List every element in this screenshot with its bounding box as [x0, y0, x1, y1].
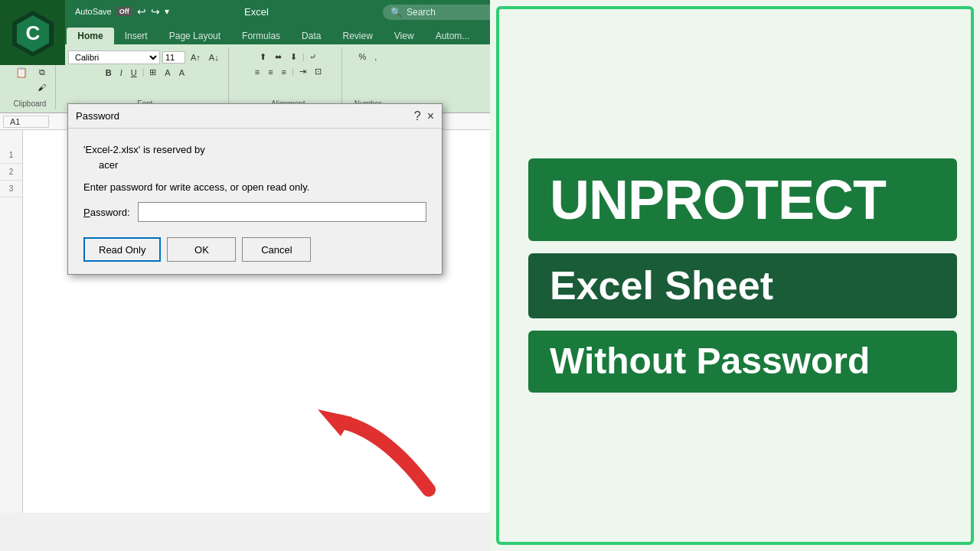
ribbon-group-extra: % , Number	[348, 47, 388, 109]
red-arrow	[245, 352, 475, 505]
password-row: Password:	[83, 202, 426, 222]
underline-button[interactable]: U	[128, 67, 140, 79]
tab-formulas[interactable]: Formulas	[231, 28, 291, 44]
read-only-button[interactable]: Read Only	[83, 237, 161, 262]
decrease-font-btn[interactable]: A↓	[206, 51, 222, 64]
search-icon: 🔍	[390, 7, 402, 18]
excel-screenshot: C AutoSave Off ↩ ↪ ▾ Excel 🔍 Search File…	[0, 0, 513, 551]
excel-titlebar: AutoSave Off ↩ ↪ ▾ Excel 🔍 Search	[0, 0, 513, 23]
merge-btn[interactable]: ⊡	[312, 65, 325, 78]
ribbon-group-font: Calibri Arial A↑ A↓ B I U | ⊞ A A Font	[62, 47, 229, 109]
redo-btn[interactable]: ↪	[151, 5, 160, 18]
font-size-input[interactable]	[162, 51, 185, 64]
autosave-label: AutoSave	[75, 7, 112, 16]
comma-btn[interactable]: ,	[371, 51, 380, 63]
italic-button[interactable]: I	[117, 67, 126, 79]
arrow-container	[245, 352, 475, 505]
format-painter-button[interactable]: 🖌	[34, 81, 49, 93]
subheadline-box: Excel Sheet	[528, 253, 957, 318]
excel-app-title: Excel	[244, 6, 269, 18]
clipboard-label: Clipboard	[14, 99, 47, 109]
dialog-close-button[interactable]: ×	[427, 109, 434, 123]
tab-view[interactable]: View	[384, 28, 425, 44]
password-input[interactable]	[138, 202, 426, 222]
paste-button[interactable]: 📋	[11, 64, 32, 81]
dialog-titlebar: Password ? ×	[68, 104, 442, 129]
cancel-button[interactable]: Cancel	[242, 237, 311, 262]
dialog-controls: ? ×	[414, 109, 434, 123]
dialog-message-line1: 'Excel-2.xlsx' is reserved by	[83, 144, 205, 155]
borders-button[interactable]: ⊞	[146, 66, 159, 79]
tab-home[interactable]: Home	[67, 28, 113, 44]
undo-btn[interactable]: ↩	[137, 5, 146, 18]
thumbnail-panel: UNPROTECT Excel Sheet Without Password	[490, 0, 980, 551]
increase-font-btn[interactable]: A↑	[188, 51, 204, 64]
ok-button[interactable]: OK	[167, 237, 236, 262]
excel-logo-box: C	[0, 0, 65, 65]
svg-text:C: C	[25, 21, 40, 44]
svg-marker-3	[318, 409, 352, 436]
align-bottom-btn[interactable]: ⬇	[287, 51, 300, 64]
dialog-title: Password	[76, 110, 119, 122]
align-center-btn[interactable]: ≡	[265, 66, 276, 78]
without-text: Without Password	[550, 341, 936, 382]
tab-insert[interactable]: Insert	[114, 28, 158, 44]
dialog-body: 'Excel-2.xlsx' is reserved by acer Enter…	[68, 129, 442, 274]
tab-data[interactable]: Data	[291, 28, 332, 44]
subheadline-text: Excel Sheet	[550, 264, 936, 308]
general-btn[interactable]: %	[356, 51, 370, 63]
dialog-prompt: Enter password for write access, or open…	[83, 181, 426, 193]
dialog-buttons: Read Only OK Cancel	[83, 237, 426, 262]
font-selector[interactable]: Calibri Arial	[68, 51, 160, 64]
bold-button[interactable]: B	[103, 67, 115, 79]
without-box: Without Password	[528, 331, 957, 393]
copy-button[interactable]: ⧉	[34, 66, 49, 79]
customize-btn[interactable]: ▾	[165, 6, 169, 17]
align-middle-btn[interactable]: ⬌	[272, 51, 285, 64]
toggle-badge[interactable]: Off	[116, 7, 132, 16]
align-top-btn[interactable]: ⬆	[256, 51, 270, 64]
ribbon-group-alignment: ⬆ ⬌ ⬇ | ⤶ ≡ ≡ ≡ | ⇥ ⊡ Alignment	[235, 47, 342, 109]
search-label: Search	[407, 7, 436, 18]
dialog-message-line2: acer	[99, 159, 118, 171]
cell-reference[interactable]: A1	[3, 116, 49, 128]
align-left-btn[interactable]: ≡	[252, 66, 263, 78]
ribbon-tabs: File Home Insert Page Layout Formulas Da…	[0, 23, 513, 44]
wrap-text-btn[interactable]: ⤶	[306, 51, 319, 64]
indent-btn[interactable]: ⇥	[296, 65, 309, 78]
align-right-btn[interactable]: ≡	[279, 66, 289, 78]
tab-page-layout[interactable]: Page Layout	[158, 28, 231, 44]
headline-text: UNPROTECT	[550, 172, 936, 227]
tab-auto[interactable]: Autom...	[425, 28, 481, 44]
tab-review[interactable]: Review	[332, 28, 383, 44]
logo-svg: C	[9, 9, 57, 57]
headline-box: UNPROTECT	[528, 158, 957, 241]
dialog-message: 'Excel-2.xlsx' is reserved by acer	[83, 142, 426, 172]
password-dialog: Password ? × 'Excel-2.xlsx' is reserved …	[67, 103, 443, 275]
password-label: Password:	[83, 207, 130, 218]
fill-color-button[interactable]: A	[162, 67, 173, 79]
right-content: UNPROTECT Excel Sheet Without Password	[490, 0, 980, 551]
font-color-button[interactable]: A	[176, 67, 188, 79]
search-box[interactable]: 🔍 Search	[383, 5, 505, 20]
dialog-help-button[interactable]: ?	[414, 109, 421, 123]
